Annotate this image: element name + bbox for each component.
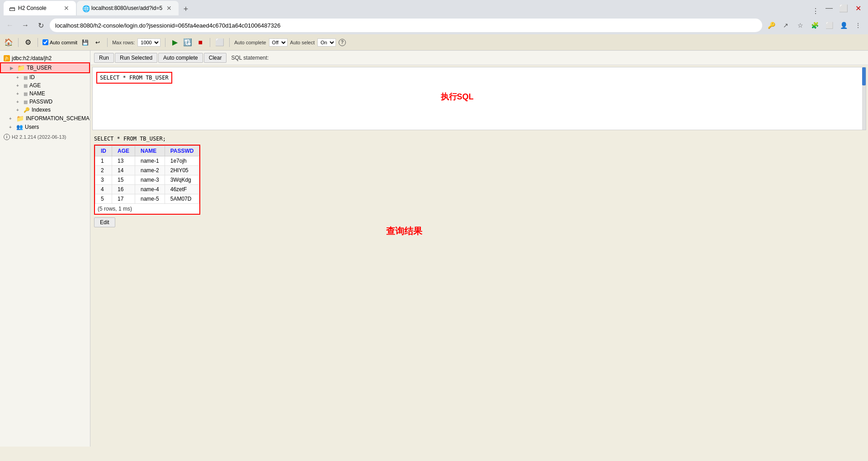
close-button[interactable]: ✕: [852, 2, 864, 14]
max-rows-select[interactable]: 1000: [137, 38, 160, 47]
name-expand-icon[interactable]: +: [16, 91, 22, 96]
indexes-icon: 🔑: [24, 107, 30, 113]
tb-user-expand-icon[interactable]: ▶: [10, 66, 15, 71]
sql-editor-scrollbar-thumb[interactable]: [862, 67, 866, 85]
refresh-icon-btn[interactable]: 🔃: [183, 38, 193, 47]
account-icon[interactable]: 👤: [837, 19, 850, 32]
table-row: 517name-55AM07D: [95, 194, 199, 204]
table-cell: 2: [95, 166, 112, 175]
clear-button[interactable]: Clear: [204, 53, 227, 63]
sidebar-item-id[interactable]: + ▦ ID: [0, 73, 90, 81]
home-icon-btn[interactable]: 🏠: [4, 38, 14, 47]
info-icon: i: [4, 134, 10, 140]
table-cell: 13: [112, 156, 135, 166]
table-cell: name-1: [135, 156, 165, 166]
table-row: 113name-11e7ojh: [95, 156, 199, 166]
back-button[interactable]: ←: [4, 19, 16, 32]
auto-commit-label: Auto commit: [50, 40, 77, 45]
sql-editor-wrapper: SELECT * FROM TB_USER 执行SQL: [92, 67, 866, 130]
tab-user-close[interactable]: ✕: [165, 4, 173, 12]
version-label: H2 2.1.214 (2022-06-13): [12, 134, 66, 140]
age-expand-icon[interactable]: +: [16, 83, 22, 88]
window-controls: — ⬜ ✕: [823, 2, 864, 14]
table-cell: 3WqKdg: [165, 175, 199, 185]
forward-button[interactable]: →: [19, 19, 32, 32]
results-table-wrapper: ID AGE NAME PASSWD 113name-11e7ojh214nam…: [94, 145, 200, 215]
col-header-id: ID: [95, 146, 112, 156]
separator-4: [165, 38, 165, 47]
extension-icon[interactable]: 🧩: [808, 19, 821, 32]
id-label: ID: [29, 74, 35, 80]
tab-user-add[interactable]: 🌐 localhost:8080/user/add?id=5 ✕: [77, 1, 179, 15]
sql-query-text: SELECT * FROM TB_USER: [100, 75, 169, 81]
sidebar-item-info-schema[interactable]: + 📁 INFORMATION_SCHEMA: [0, 114, 90, 123]
reload-button[interactable]: ↻: [34, 19, 47, 32]
bookmark-icon[interactable]: ☆: [794, 19, 807, 32]
rollback-icon-btn[interactable]: ↩: [93, 38, 103, 47]
minimize-button[interactable]: —: [823, 2, 835, 14]
tabs-area: 🗃 H2 Console ✕ 🌐 localhost:8080/user/add…: [4, 1, 823, 15]
maximize-button[interactable]: ⬜: [837, 2, 850, 14]
tb-user-label: TB_USER: [27, 65, 52, 71]
sidebar-item-age[interactable]: + ▦ AGE: [0, 81, 90, 89]
tab-user-favicon: 🌐: [82, 5, 89, 11]
table-cell: 2HIY05: [165, 166, 199, 175]
share-icon[interactable]: ↗: [779, 19, 792, 32]
auto-select-select[interactable]: On Off: [317, 38, 336, 47]
tab-h2-console[interactable]: 🗃 H2 Console ✕: [4, 1, 76, 15]
preferences-icon-btn[interactable]: ⚙: [23, 38, 33, 47]
sidebar-item-tb-user[interactable]: ▶ 📁 TB_USER: [0, 62, 90, 73]
browser-toolbar-icons: 🔑 ↗ ☆ 🧩 ⬜ 👤 ⋮: [765, 19, 864, 32]
stop-icon-btn[interactable]: ■: [195, 38, 205, 47]
split-view-icon[interactable]: ⬜: [823, 19, 835, 32]
auto-complete-select[interactable]: Off On: [269, 38, 288, 47]
sidebar-item-passwd[interactable]: + ▦ PASSWD: [0, 98, 90, 106]
db-icon: jh: [4, 55, 10, 61]
tab-h2-title: H2 Console: [18, 5, 60, 11]
info-schema-expand-icon[interactable]: +: [9, 116, 14, 121]
db-connection[interactable]: jh jdbc:h2:/data/jh2: [0, 54, 90, 62]
help-icon[interactable]: ?: [339, 39, 346, 46]
url-input[interactable]: [50, 19, 762, 32]
results-annotation: 查询结果: [386, 225, 422, 237]
users-expand-icon[interactable]: +: [9, 125, 14, 130]
sidebar-item-users[interactable]: + 👥 Users: [0, 123, 90, 131]
table-cell: 46zetF: [165, 185, 199, 194]
users-label: Users: [25, 124, 39, 130]
auto-commit-checkbox[interactable]: Auto commit: [42, 39, 77, 45]
table-cell: 5AM07D: [165, 194, 199, 204]
passwd-label: PASSWD: [29, 99, 52, 105]
run-icon-btn[interactable]: ▶: [170, 38, 180, 47]
col-header-name: NAME: [135, 146, 165, 156]
name-column-icon: ▦: [24, 91, 28, 96]
tab-list-icon[interactable]: ⋮: [812, 7, 819, 15]
edit-button[interactable]: Edit: [94, 217, 115, 227]
table-cell: 16: [112, 185, 135, 194]
table-cell: 1e7ojh: [165, 156, 199, 166]
menu-icon[interactable]: ⋮: [852, 19, 864, 32]
id-expand-icon[interactable]: +: [16, 75, 22, 80]
indexes-expand-icon[interactable]: +: [16, 108, 22, 113]
results-footer: (5 rows, 1 ms): [95, 204, 199, 214]
separator-2: [38, 38, 38, 47]
separator-5: [210, 38, 210, 47]
auto-complete-button[interactable]: Auto complete: [158, 53, 203, 63]
table-cell: name-3: [135, 175, 165, 185]
new-tab-button[interactable]: +: [179, 3, 192, 15]
table-row: 315name-33WqKdg: [95, 175, 199, 185]
sidebar-item-indexes[interactable]: + 🔑 Indexes: [0, 106, 90, 114]
tab-h2-favicon: 🗃: [9, 5, 15, 11]
sidebar-item-name[interactable]: + ▦ NAME: [0, 89, 90, 98]
tab-h2-close[interactable]: ✕: [62, 4, 71, 12]
name-label: NAME: [29, 90, 45, 97]
sql-editor-scrollbar[interactable]: [862, 67, 866, 130]
max-rows-label: Max rows:: [112, 40, 135, 45]
auto-complete-label: Auto complete: [234, 40, 266, 45]
commit-icon-btn[interactable]: 💾: [80, 38, 90, 47]
users-icon: 👥: [16, 124, 23, 130]
run-button[interactable]: Run: [94, 53, 114, 63]
run-selected-button[interactable]: Run Selected: [115, 53, 157, 63]
lock-icon[interactable]: 🔑: [765, 19, 778, 32]
disconnect-icon-btn[interactable]: ⬜: [215, 38, 225, 47]
passwd-expand-icon[interactable]: +: [16, 99, 22, 104]
